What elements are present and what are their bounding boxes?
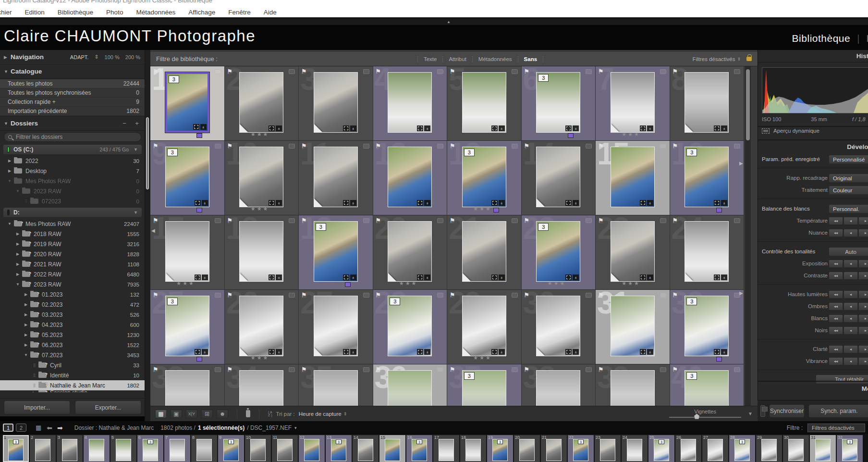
- stepper-button[interactable]: ◂◂: [829, 314, 843, 323]
- filmstrip-item-19[interactable]: 193: [487, 435, 513, 462]
- filmstrip-thumbnail[interactable]: [708, 439, 723, 461]
- flag-icon[interactable]: ⚑: [227, 217, 233, 224]
- crop-badge-icon[interactable]: [565, 200, 572, 206]
- crop-badge-icon[interactable]: [343, 275, 349, 280]
- photo-thumbnail[interactable]: 3±: [536, 72, 580, 133]
- photo-thumbnail[interactable]: ±: [685, 72, 729, 133]
- flag-icon[interactable]: ⚑: [301, 68, 307, 75]
- crop-badge-icon[interactable]: [193, 124, 199, 130]
- crop-badge-icon[interactable]: [417, 275, 423, 280]
- folder-row-2018-raw[interactable]: ▶2018 RAW1555: [0, 229, 145, 239]
- crop-badge-icon[interactable]: [491, 349, 498, 355]
- quick-collection-icon[interactable]: [512, 367, 518, 372]
- crop-badge-icon[interactable]: [714, 200, 720, 206]
- grid-next-arrow-1[interactable]: ▶: [739, 161, 743, 166]
- photo-thumbnail[interactable]: 3±: [462, 370, 506, 406]
- filter-tab-m-tadonn-es[interactable]: Métadonnées: [472, 56, 518, 62]
- stack-count-badge[interactable]: 3: [167, 298, 178, 305]
- folder-disclosure-icon[interactable]: ▶: [23, 292, 29, 297]
- filmstrip-thumbnail[interactable]: [519, 439, 535, 461]
- flag-icon[interactable]: ⚑: [450, 142, 455, 150]
- photo-thumbnail[interactable]: 3±: [685, 296, 729, 356]
- filmstrip-item-22[interactable]: 223: [568, 435, 594, 462]
- folder-disclosure-icon[interactable]: ▶: [15, 232, 21, 236]
- status-folder[interactable]: Dossier : Nathalie & Jean Marc: [74, 425, 154, 431]
- filmstrip-item-5[interactable]: 5: [110, 435, 136, 462]
- menu-aide[interactable]: Aide: [264, 9, 277, 16]
- filmstrip-thumbnail[interactable]: [62, 439, 77, 461]
- dossiers-header[interactable]: ▼ Dossiers − +: [0, 116, 145, 131]
- quick-collection-icon[interactable]: [512, 144, 518, 149]
- flag-icon[interactable]: ⚑: [301, 366, 307, 373]
- flag-icon[interactable]: ⚑: [524, 291, 530, 299]
- filmstrip-item-2[interactable]: 2: [30, 435, 56, 462]
- filmstrip-item-16[interactable]: 163: [406, 435, 432, 462]
- quick-collection-icon[interactable]: [363, 367, 369, 372]
- grid-next-arrow-2[interactable]: ▶: [739, 290, 743, 296]
- grid-cell-38[interactable]: 38⚑±: [522, 364, 596, 406]
- adjustment-badge-icon[interactable]: ±: [424, 200, 430, 206]
- folder-disclosure-icon[interactable]: ▶: [23, 323, 29, 327]
- quick-collection-icon[interactable]: [215, 144, 221, 149]
- folder-row-02-2023[interactable]: ▶02.2023472: [0, 300, 145, 310]
- color-label-swatch[interactable]: [568, 133, 574, 138]
- crop-badge-icon[interactable]: [640, 200, 646, 206]
- grid-cell-2[interactable]: 2⚑±★★★: [225, 66, 299, 141]
- filmstrip-filter-dropdown[interactable]: Filtres désactivés: [807, 424, 865, 432]
- grid-cell-33[interactable]: 33⚑±: [150, 364, 225, 406]
- stepper-button[interactable]: ◂◂: [829, 217, 843, 225]
- folder-row-03-2023[interactable]: ▶03.2023526: [0, 310, 145, 320]
- stepper-button[interactable]: ◂: [844, 357, 858, 365]
- filmstrip-item-10[interactable]: 10: [245, 435, 271, 462]
- grid-cell-31[interactable]: 31⚑±: [596, 290, 670, 364]
- filter-tab-texte[interactable]: Texte: [417, 56, 443, 62]
- adjustment-badge-icon[interactable]: ±: [499, 275, 505, 280]
- grid-cell-34[interactable]: 34⚑±: [225, 364, 299, 406]
- flag-icon[interactable]: ⚑: [524, 142, 530, 150]
- crop-badge-icon[interactable]: [565, 349, 572, 355]
- crop-badge-icon[interactable]: [417, 200, 423, 206]
- filmstrip-thumbnail[interactable]: [788, 439, 804, 461]
- qd-select-traitement[interactable]: Couleur: [829, 186, 868, 195]
- filmstrip-item-21[interactable]: 21: [541, 435, 567, 462]
- photo-thumbnail[interactable]: ±: [388, 370, 432, 406]
- star-rating[interactable]: ★★★: [548, 280, 566, 287]
- stepper-button[interactable]: ▸: [858, 260, 868, 268]
- photo-thumbnail[interactable]: 3±: [314, 221, 358, 282]
- crop-badge-icon[interactable]: [195, 200, 201, 206]
- crop-badge-icon[interactable]: [640, 275, 646, 280]
- photo-thumbnail[interactable]: ±: [314, 147, 358, 207]
- filter-tab-sans[interactable]: Sans: [518, 56, 544, 62]
- folder-row-07-2023[interactable]: ▼07.20233453: [0, 350, 145, 360]
- grid-cell-14[interactable]: 14⚑±: [522, 141, 596, 215]
- quick-collection-icon[interactable]: [215, 218, 221, 223]
- add-folder-button[interactable]: +: [134, 120, 140, 127]
- adjustment-badge-icon[interactable]: ±: [647, 275, 653, 280]
- crop-badge-icon[interactable]: [195, 349, 201, 355]
- folder-row-nathalie-jean-marc[interactable]: ⣿Nathalie & Jean Marc1802: [0, 380, 145, 390]
- stepper-button[interactable]: ◂◂: [829, 290, 843, 299]
- thumbnail-size-slider[interactable]: [669, 415, 741, 419]
- flag-icon[interactable]: ⚑: [672, 68, 678, 75]
- stepper-button[interactable]: ▸: [858, 345, 868, 353]
- adjustment-badge-icon[interactable]: ±: [721, 200, 727, 206]
- grid-cell-26[interactable]: 26⚑±★★★: [225, 290, 299, 364]
- monitor-2-button[interactable]: 2: [16, 424, 26, 432]
- folder-disclosure-icon[interactable]: ▶: [15, 272, 21, 276]
- quick-collection-icon[interactable]: [289, 218, 295, 223]
- folder-row-04-2023[interactable]: ▶04.2023600: [0, 320, 145, 330]
- grid-cell-5[interactable]: 5⚑±: [447, 66, 522, 141]
- quick-collection-icon[interactable]: [586, 218, 592, 223]
- flag-icon[interactable]: ⚑: [598, 68, 604, 75]
- adjustment-badge-icon[interactable]: ±: [499, 349, 505, 355]
- photo-thumbnail[interactable]: ±: [239, 72, 283, 133]
- adjustment-badge-icon[interactable]: ±: [573, 200, 579, 206]
- grid-cell-25[interactable]: 25⚑3±: [150, 290, 225, 364]
- filmstrip-thumbnail[interactable]: [170, 439, 185, 461]
- stack-count-badge[interactable]: 3: [686, 298, 697, 305]
- menu-m-tadonn-es[interactable]: Métadonnées: [136, 9, 175, 16]
- filmstrip-thumbnail[interactable]: [358, 439, 373, 461]
- menu-fen-tre[interactable]: Fenêtre: [228, 9, 251, 16]
- folder-row-identit[interactable]: ⣿Identité10: [0, 370, 145, 380]
- filmstrip-item-14[interactable]: 14: [353, 435, 379, 462]
